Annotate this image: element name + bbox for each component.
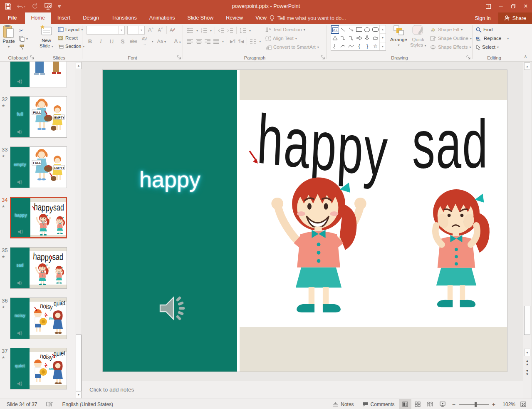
slide-thumbnail-35[interactable]: 35★sad happysad — [0, 247, 75, 289]
decrease-indent-icon[interactable] — [218, 28, 224, 33]
editor-scrollbar-thumb[interactable] — [524, 306, 530, 335]
arrange-button[interactable]: Arrange ▾ — [390, 25, 407, 48]
notes-placeholder[interactable]: Click to add notes — [89, 387, 134, 393]
change-case-button[interactable]: Aa ▾ — [157, 39, 166, 44]
justify-icon[interactable] — [213, 39, 219, 44]
comments-toggle-button[interactable]: Comments — [358, 399, 399, 409]
close-icon[interactable]: × — [520, 0, 532, 12]
thumbnail-scroll-down-icon[interactable]: ▼ — [76, 391, 82, 398]
tab-insert[interactable]: Insert — [51, 12, 77, 24]
slide-thumbnail-34[interactable]: 34★happy happysad — [0, 197, 75, 238]
text-box-shape-icon[interactable]: A — [331, 25, 339, 34]
zoom-level-label[interactable]: 102% — [500, 402, 515, 407]
font-size-combobox[interactable]: ▾ — [127, 26, 145, 35]
align-left-icon[interactable] — [187, 39, 193, 44]
replace-button[interactable]: abac Replace▾ — [476, 34, 509, 42]
tab-home[interactable]: Home — [25, 12, 51, 24]
tab-design[interactable]: Design — [77, 12, 105, 24]
find-button[interactable]: Find — [476, 25, 492, 34]
thumbnail-box[interactable]: full FULL EMPTY — [10, 96, 67, 138]
quick-styles-button[interactable]: Quick Styles ▾ — [410, 25, 426, 48]
restore-icon[interactable] — [507, 0, 520, 12]
editor-scrollbar[interactable]: ▲ ▼ ▲▲ ▼▼ — [523, 62, 531, 399]
notes-toggle-button[interactable]: Notes — [329, 399, 358, 409]
grow-font-button[interactable]: A˄ — [147, 27, 154, 33]
share-button[interactable]: Share — [498, 12, 532, 24]
tell-me-box[interactable]: Tell me what you want to do... — [270, 12, 346, 24]
slide-thumbnail-32[interactable]: 32★full FULL EMPTY — [0, 96, 75, 138]
thumbnail-box[interactable]: sad happysad — [10, 247, 67, 289]
cut-button[interactable]: ✂ — [19, 26, 24, 35]
strikethrough-button[interactable]: abc — [130, 39, 137, 44]
align-center-icon[interactable] — [196, 39, 202, 44]
slide-thumbnail-36[interactable]: 36★noisy noisyquiet Shh — [0, 297, 75, 339]
slide-thumbnail-37[interactable]: 37★quiet noisyquiet Shh — [0, 348, 75, 389]
rounded-rectangle-shape-icon[interactable] — [371, 25, 379, 34]
align-right-icon[interactable] — [205, 39, 210, 44]
increase-indent-icon[interactable] — [227, 28, 233, 33]
next-slide-button[interactable]: ▼▼ — [524, 369, 530, 376]
text-shadow-button[interactable]: S — [119, 38, 126, 45]
shrink-font-button[interactable]: A˅ — [157, 27, 164, 33]
text-direction-button[interactable]: A Text Direction▾ — [265, 25, 305, 34]
thumbnail-box[interactable]: empty FULL EMPTY — [10, 146, 67, 188]
paste-button[interactable]: Paste ▾ — [2, 25, 15, 50]
tab-review[interactable]: Review — [220, 12, 249, 24]
elbow-arrow-connector-icon[interactable] — [347, 34, 355, 42]
thumbnail-scroll-up-icon[interactable]: ▲ — [76, 62, 82, 69]
editor-scroll-up-icon[interactable]: ▲ — [524, 62, 530, 70]
thumbnail-scrollbar-thumb[interactable] — [76, 335, 82, 391]
slide-teal-panel[interactable]: happy — [103, 70, 237, 372]
zoom-out-button[interactable]: − — [452, 401, 455, 408]
right-arrow-shape-icon[interactable] — [355, 34, 363, 42]
italic-button[interactable]: I — [97, 38, 104, 45]
notes-pane[interactable]: Click to add notes — [82, 381, 523, 399]
line-shape-icon[interactable] — [339, 25, 347, 34]
zoom-slider-thumb[interactable] — [475, 402, 477, 407]
happy-sad-picture[interactable]: happy sad — [240, 100, 507, 327]
tab-slide-show[interactable]: Slide Show — [181, 12, 220, 24]
zoom-slider[interactable] — [459, 404, 489, 405]
thumbnail-box[interactable]: noisy noisyquiet Shh — [10, 297, 67, 339]
clear-formatting-icon[interactable]: A — [169, 27, 176, 33]
numbering-icon[interactable]: 123 — [201, 28, 207, 33]
minimize-icon[interactable]: ─ — [495, 0, 507, 12]
paragraph-dialog-launcher-icon[interactable] — [321, 55, 325, 60]
align-text-button[interactable]: Align Text▾ — [265, 34, 297, 42]
shapes-gallery-scroll[interactable]: ▲ ▼ ▼ — [379, 25, 386, 50]
arrow-shape-icon[interactable] — [347, 25, 355, 34]
reset-button[interactable]: Reset — [58, 34, 78, 42]
right-brace-shape-icon[interactable]: } — [363, 42, 371, 50]
rectangle-shape-icon[interactable] — [355, 25, 363, 34]
drawing-dialog-launcher-icon[interactable] — [466, 55, 471, 60]
convert-smartart-button[interactable]: Convert to SmartArt▾ — [265, 43, 319, 51]
clipboard-dialog-launcher-icon[interactable] — [30, 55, 35, 60]
tab-file[interactable]: File — [0, 12, 25, 24]
slide-word[interactable]: happy — [103, 166, 237, 192]
previous-slide-button[interactable]: ▲▲ — [524, 359, 530, 366]
font-color-button[interactable]: A ▾ — [174, 38, 181, 45]
tab-animations[interactable]: Animations — [143, 12, 181, 24]
spell-check-icon[interactable] — [46, 402, 53, 407]
section-button[interactable]: Section▾ — [58, 42, 84, 50]
shape-outline-button[interactable]: Shape Outline▾ — [430, 34, 472, 42]
slide-position-label[interactable]: Slide 34 of 37 — [7, 402, 37, 407]
thumbnail-box[interactable]: happy happysad — [10, 197, 67, 238]
fit-slide-to-window-button[interactable] — [517, 399, 530, 409]
collapse-ribbon-icon[interactable]: ∧ — [524, 54, 527, 59]
shape-fill-button[interactable]: Shape Fill▾ — [430, 25, 463, 34]
line-spacing-icon[interactable] — [240, 28, 246, 33]
font-name-combobox[interactable]: ▾ — [87, 26, 125, 35]
shapes-gallery[interactable]: A { } ☆ — [331, 25, 386, 51]
slide-thumbnail-33[interactable]: 33★empty FULL EMPTY — [0, 146, 75, 188]
select-button[interactable]: Select▾ — [476, 43, 499, 51]
triangle-shape-icon[interactable] — [331, 34, 339, 42]
star-shape-icon[interactable]: ☆ — [371, 42, 379, 50]
thumbnail-scrollbar[interactable]: ▲ ▼ — [75, 62, 82, 399]
rtl-direction-icon[interactable]: ¶◀ — [238, 39, 244, 44]
thumbnail-box[interactable]: TALL SHORT — [10, 62, 67, 87]
zoom-in-button[interactable]: + — [492, 401, 495, 408]
copy-button[interactable]: ▾ — [19, 35, 28, 43]
slide-sorter-view-button[interactable] — [411, 399, 424, 409]
character-spacing-button[interactable]: AV↔ — [141, 36, 148, 46]
